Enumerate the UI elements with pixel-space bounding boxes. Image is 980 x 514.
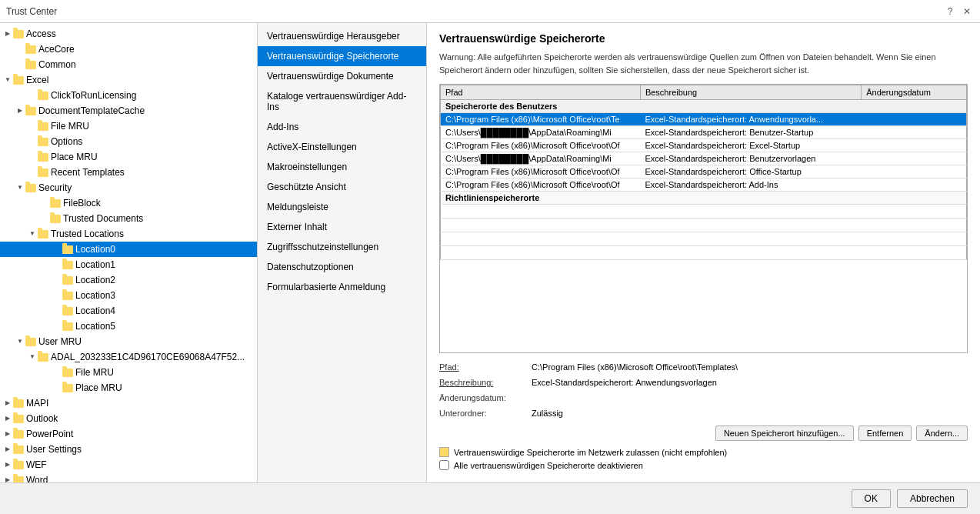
help-button[interactable]: ? <box>943 5 957 18</box>
tree-label-location4: Location4 <box>75 304 115 318</box>
table-row[interactable]: C:\Program Files (x86)\Microsoft Office\… <box>441 113 967 126</box>
tree-item-common-top[interactable]: Common <box>0 57 257 72</box>
menu-item-trusted-locations[interactable]: Vertrauenswürdige Speicherorte <box>258 46 426 66</box>
tree-toggle-powerpoint[interactable]: ▶ <box>3 428 12 440</box>
tree-toggle-trusted-docs[interactable] <box>40 212 49 225</box>
menu-item-activex[interactable]: ActiveX-Einstellungen <box>258 137 426 157</box>
add-location-button[interactable]: Neuen Speicherort hinzufügen... <box>715 426 854 441</box>
tree-toggle-user-mru[interactable]: ▼ <box>15 335 25 348</box>
tree-item-user-settings[interactable]: ▶User Settings <box>0 442 257 457</box>
tree-item-outlook[interactable]: ▶Outlook <box>0 411 257 426</box>
tree-item-mapi[interactable]: ▶MAPI <box>0 396 257 411</box>
menu-item-macros[interactable]: Makroeinstellungen <box>258 157 426 177</box>
tree-toggle-location5[interactable] <box>52 320 62 332</box>
tree-item-location0[interactable]: Location0 <box>0 242 257 257</box>
tree-toggle-fileblock[interactable] <box>40 197 49 209</box>
table-row[interactable]: C:\Users\████████\AppData\Roaming\MiExce… <box>441 152 967 165</box>
tree-toggle-mapi[interactable]: ▶ <box>3 397 12 409</box>
tree-item-clicktorun[interactable]: ClickToRunLicensing <box>0 88 257 103</box>
tree-toggle-security[interactable]: ▼ <box>15 182 25 194</box>
tree-item-wef[interactable]: ▶WEF <box>0 457 257 472</box>
menu-item-add-ins[interactable]: Add-Ins <box>258 117 426 137</box>
remove-button[interactable]: Entfernen <box>858 426 912 441</box>
tree-toggle-common-top[interactable] <box>15 58 25 71</box>
modify-button[interactable]: Ändern... <box>916 426 968 441</box>
tree-toggle-wef[interactable]: ▶ <box>3 459 12 471</box>
tree-toggle-trusted-locations[interactable]: ▼ <box>28 228 37 240</box>
tree-toggle-options[interactable] <box>28 135 37 148</box>
tree-toggle-access-top[interactable]: ▶ <box>3 28 12 40</box>
menu-item-form-auth[interactable]: Formularbasierte Anmeldung <box>258 277 426 297</box>
tree-item-adal[interactable]: ▼ADAL_203233E1C4D96170CE69068A47F52... <box>0 349 257 365</box>
tree-toggle-location0[interactable] <box>52 243 62 255</box>
table-row[interactable]: C:\Program Files (x86)\Microsoft Office\… <box>441 165 967 179</box>
tree-item-place-mru[interactable]: Place MRU <box>0 149 257 165</box>
menu-item-privacy[interactable]: Zugriffsschutzeinstellungen <box>258 237 426 257</box>
tree-item-trusted-docs[interactable]: Trusted Documents <box>0 211 257 226</box>
table-row[interactable]: C:\Users\████████\AppData\Roaming\MiExce… <box>441 126 967 139</box>
tree-label-trusted-docs: Trusted Documents <box>63 212 143 225</box>
menu-item-trusted-addins[interactable]: Kataloge vertrauenswürdiger Add-Ins <box>258 86 426 117</box>
network-checkbox[interactable] <box>439 447 449 457</box>
panel-title: Vertrauenswürdige Speicherorte <box>439 32 968 45</box>
tree-item-location5[interactable]: Location5 <box>0 319 257 334</box>
tree-item-powerpoint[interactable]: ▶PowerPoint <box>0 426 257 442</box>
menu-item-external-content[interactable]: Externer Inhalt <box>258 217 426 237</box>
tree-toggle-outlook[interactable]: ▶ <box>3 412 12 425</box>
registry-tree[interactable]: ▶AccessAceCoreCommon▼ExcelClickToRunLice… <box>0 23 258 482</box>
tree-toggle-location3[interactable] <box>52 289 62 302</box>
tree-item-acecore[interactable]: AceCore <box>0 42 257 57</box>
aenderungsdatum-value <box>532 392 968 404</box>
main-content: ▶AccessAceCoreCommon▼ExcelClickToRunLice… <box>0 23 980 482</box>
tree-item-location3[interactable]: Location3 <box>0 288 257 303</box>
tree-toggle-file-mru[interactable] <box>28 120 37 132</box>
tree-item-location4[interactable]: Location4 <box>0 303 257 319</box>
tree-toggle-adal-file-mru[interactable] <box>52 366 62 379</box>
tree-toggle-word[interactable]: ▶ <box>3 474 12 482</box>
tree-item-word[interactable]: ▶Word <box>0 472 257 482</box>
close-button[interactable]: ✕ <box>960 5 974 18</box>
tree-toggle-place-mru[interactable] <box>28 151 37 163</box>
tree-item-adal-file-mru[interactable]: File MRU <box>0 365 257 380</box>
tree-item-access-top[interactable]: ▶Access <box>0 26 257 42</box>
table-row[interactable]: C:\Program Files (x86)\Microsoft Office\… <box>441 179 967 192</box>
tree-item-file-mru[interactable]: File MRU <box>0 118 257 134</box>
tree-toggle-location4[interactable] <box>52 305 62 317</box>
table-row[interactable]: C:\Program Files (x86)\Microsoft Office\… <box>441 139 967 152</box>
tree-item-doctmplcache[interactable]: ▶DocumentTemplateCache <box>0 103 257 118</box>
trust-center-window: Trust Center ? ✕ ▶AccessAceCoreCommon▼Ex… <box>0 0 980 514</box>
tree-toggle-clicktorun[interactable] <box>28 89 37 102</box>
menu-item-data-protection[interactable]: Datenschutzoptionen <box>258 257 426 277</box>
cancel-button[interactable]: Abbrechen <box>897 489 968 508</box>
menu-item-trusted-documents[interactable]: Vertrauenswürdige Dokumente <box>258 66 426 86</box>
tree-toggle-doctmplcache[interactable]: ▶ <box>15 105 25 117</box>
aenderungsdatum-label: Änderungsdatum: <box>439 392 532 404</box>
tree-item-excel[interactable]: ▼Excel <box>0 72 257 88</box>
tree-item-recent-templates[interactable]: Recent Templates <box>0 165 257 180</box>
dialog-buttons: OK Abbrechen <box>0 482 980 514</box>
tree-item-trusted-locations[interactable]: ▼Trusted Locations <box>0 226 257 242</box>
menu-item-trusted-publishers[interactable]: Vertrauenswürdige Herausgeber <box>258 26 426 46</box>
tree-toggle-excel[interactable]: ▼ <box>3 74 12 86</box>
tree-item-fileblock[interactable]: FileBlock <box>0 195 257 211</box>
folder-icon <box>62 366 74 379</box>
tree-toggle-adal-place-mru[interactable] <box>52 382 62 394</box>
folder-icon <box>49 197 62 209</box>
ok-button[interactable]: OK <box>852 489 891 508</box>
tree-item-adal-place-mru[interactable]: Place MRU <box>0 380 257 396</box>
tree-item-user-mru[interactable]: ▼User MRU <box>0 334 257 349</box>
tree-toggle-user-settings[interactable]: ▶ <box>3 443 12 456</box>
tree-item-security[interactable]: ▼Security <box>0 180 257 195</box>
tree-toggle-location2[interactable] <box>52 274 62 286</box>
menu-item-message-bar[interactable]: Meldungsleiste <box>258 197 426 217</box>
tree-item-location2[interactable]: Location2 <box>0 272 257 288</box>
tree-toggle-adal[interactable]: ▼ <box>28 351 37 363</box>
tree-toggle-recent-templates[interactable] <box>28 166 37 179</box>
tree-item-options[interactable]: Options <box>0 134 257 149</box>
disable-checkbox[interactable] <box>439 460 449 470</box>
tree-item-location1[interactable]: Location1 <box>0 257 257 272</box>
tree-label-security: Security <box>38 181 72 195</box>
tree-toggle-location1[interactable] <box>52 259 62 271</box>
tree-toggle-acecore[interactable] <box>15 43 25 55</box>
menu-item-protected-view[interactable]: Geschützte Ansicht <box>258 177 426 197</box>
